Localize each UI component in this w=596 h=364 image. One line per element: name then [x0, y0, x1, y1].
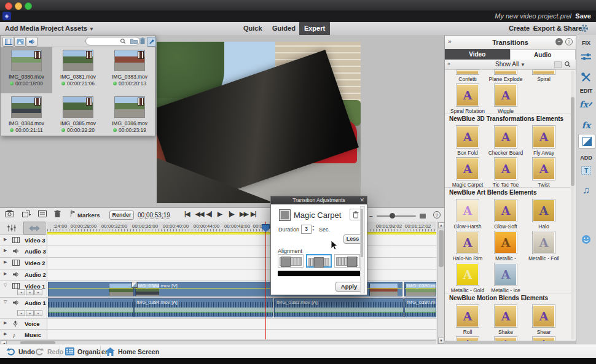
zoom-out-button[interactable]: − — [369, 213, 373, 220]
transition-item[interactable]: ABox Fold — [449, 123, 487, 155]
transition-item[interactable]: Spiral — [525, 69, 563, 82]
create-button[interactable]: Create ▼ — [509, 25, 536, 32]
close-icon[interactable]: ✕ — [359, 196, 364, 204]
track-disclosure-icon[interactable]: ▶ — [4, 260, 7, 265]
music-button[interactable]: ♫ — [578, 184, 594, 197]
markers-button[interactable]: Markers — [77, 212, 100, 219]
track-header[interactable]: ▶Audio 3 — [0, 246, 47, 257]
go-to-start-button[interactable]: |◀ — [184, 211, 190, 217]
frame-back-button[interactable]: ◀| — [206, 211, 212, 217]
track-disclosure-icon[interactable]: ▶ — [4, 248, 7, 253]
effects-button[interactable]: fx — [578, 118, 594, 132]
media-item[interactable]: IMG_0385.mov00:00:22:20 — [52, 93, 104, 140]
track-content[interactable] — [47, 319, 436, 329]
track-content[interactable] — [47, 235, 436, 246]
transition-item[interactable]: ATic Tac Toe — [487, 155, 525, 187]
track-disclosure-icon[interactable]: ▶ — [4, 331, 7, 336]
audio-mixer-button[interactable] — [2, 223, 21, 233]
export-share-button[interactable]: Export & Share — [533, 25, 582, 32]
media-item[interactable]: IMG_0384.mov00:00:21:11 — [1, 93, 52, 140]
transition-item[interactable]: AWiggle — [487, 82, 525, 114]
applied-effects-button[interactable]: fx — [578, 98, 594, 111]
scroll-down-arrow[interactable]: ▼ — [438, 338, 444, 344]
track-nav-buttons[interactable]: ◂●▸ — [17, 289, 42, 295]
track-header[interactable]: ▶♪Music — [0, 330, 47, 339]
organizer-button[interactable]: Organizer — [65, 344, 108, 358]
titles-button[interactable]: T — [578, 164, 594, 177]
alignment-option-left[interactable] — [278, 254, 304, 268]
track-content[interactable] — [47, 269, 436, 281]
minimize-window-button[interactable] — [15, 2, 22, 10]
add-media-button[interactable]: Add Media ▼ — [5, 25, 46, 32]
audio-filter-button[interactable] — [26, 37, 37, 47]
track-header[interactable]: ▶Audio 2 — [0, 269, 47, 281]
duration-stepper[interactable]: ▲▼ — [311, 225, 316, 233]
audio-clip[interactable]: IMG_0383.mov [A] — [274, 298, 404, 317]
transition-item[interactable]: AMagic Carpet — [449, 155, 487, 187]
transition-item[interactable]: ARoll — [449, 303, 487, 335]
go-to-end-button[interactable]: ▶| — [251, 211, 256, 217]
window-titlebar[interactable] — [0, 0, 596, 10]
adjust-button[interactable] — [578, 50, 594, 63]
transition-item[interactable]: AMetallic - Copper — [487, 229, 525, 261]
zoom-slider[interactable] — [377, 215, 416, 217]
transition-item[interactable]: AShear — [525, 303, 563, 335]
zoom-in-button[interactable] — [420, 214, 426, 219]
video-preview[interactable] — [157, 42, 361, 203]
zoom-window-button[interactable] — [25, 2, 32, 10]
track-disclosure-icon[interactable]: ▶ — [4, 237, 7, 242]
tab-expert[interactable]: Expert — [299, 22, 330, 35]
dialog-titlebar[interactable]: Transition Adjustments — [271, 196, 367, 204]
alignment-option-center[interactable] — [306, 254, 332, 268]
transition-tool-button[interactable] — [23, 222, 45, 234]
volume-rubber-band[interactable] — [405, 312, 436, 312]
timecode-display[interactable]: 00;00;53;19 — [138, 212, 170, 219]
track-header[interactable]: ▽Video 1◂●▸ — [0, 281, 47, 297]
audio-clip[interactable] — [48, 298, 134, 317]
search-icon[interactable] — [564, 61, 571, 68]
tab-guided[interactable]: Guided — [272, 25, 296, 32]
duration-value[interactable]: 3 — [301, 225, 312, 234]
dialog-scrollbar[interactable] — [360, 206, 365, 293]
track-nav-button[interactable]: ● — [26, 289, 34, 295]
track-content[interactable]: IMG_0384.mov [V]IMG_0380.mov [V] — [47, 281, 436, 297]
next-edit-button[interactable]: ▶▶ — [240, 211, 248, 217]
save-button[interactable]: Save — [575, 12, 591, 20]
project-assets-button[interactable]: Project Assets ▼ — [41, 25, 94, 32]
scrollbar-thumb[interactable] — [571, 97, 574, 186]
opacity-rubber-band[interactable] — [49, 288, 133, 288]
transition-item[interactable]: A — [449, 335, 487, 341]
video-clip[interactable]: IMG_0380.mov [V] — [404, 282, 436, 296]
undo-button[interactable]: Undo — [6, 344, 35, 358]
scroll-up-arrow[interactable]: ▲ — [438, 222, 444, 228]
video-filter-button[interactable] — [2, 37, 14, 47]
transition-item[interactable]: AMetallic - Gold — [449, 261, 487, 293]
audio-clip[interactable]: IMG_0380.mov [A] — [404, 298, 436, 317]
transition-item[interactable]: AGlow-Soft — [487, 197, 525, 229]
volume-rubber-band[interactable] — [49, 312, 133, 312]
video-clip[interactable] — [48, 282, 134, 296]
scrollbar-thumb[interactable] — [361, 209, 363, 257]
track-nav-button[interactable]: ◂ — [17, 310, 25, 316]
track-header[interactable]: ▶Video 2 — [0, 258, 47, 269]
track-marker-icon[interactable]: ▽ — [4, 283, 7, 288]
delete-button[interactable] — [54, 210, 61, 218]
transition-item[interactable]: ASpiral Rotation — [449, 82, 487, 114]
volume-rubber-band[interactable] — [275, 312, 403, 312]
transitions-button[interactable] — [578, 134, 595, 149]
tools-button[interactable] — [578, 71, 594, 84]
track-disclosure-icon[interactable]: ▶ — [4, 271, 7, 276]
media-item[interactable]: IMG_0383.mov00:00:20:13 — [104, 47, 155, 93]
transition-item[interactable]: Plane Explode — [487, 69, 525, 82]
vertical-scrollbar[interactable]: ▲ ▼ — [437, 222, 444, 344]
help-icon[interactable]: ? — [565, 38, 573, 45]
track-nav-button[interactable]: ● — [26, 310, 34, 316]
zoom-slider-thumb[interactable] — [390, 213, 395, 219]
emoji-button[interactable] — [578, 233, 594, 246]
transition-item[interactable]: A — [525, 335, 563, 341]
trash-icon[interactable] — [139, 37, 146, 45]
track-nav-button[interactable]: ▸ — [34, 310, 42, 316]
tab-video[interactable]: Video — [445, 49, 510, 60]
photo-filter-button[interactable] — [14, 37, 26, 47]
track-nav-button[interactable]: ◂ — [17, 289, 25, 295]
